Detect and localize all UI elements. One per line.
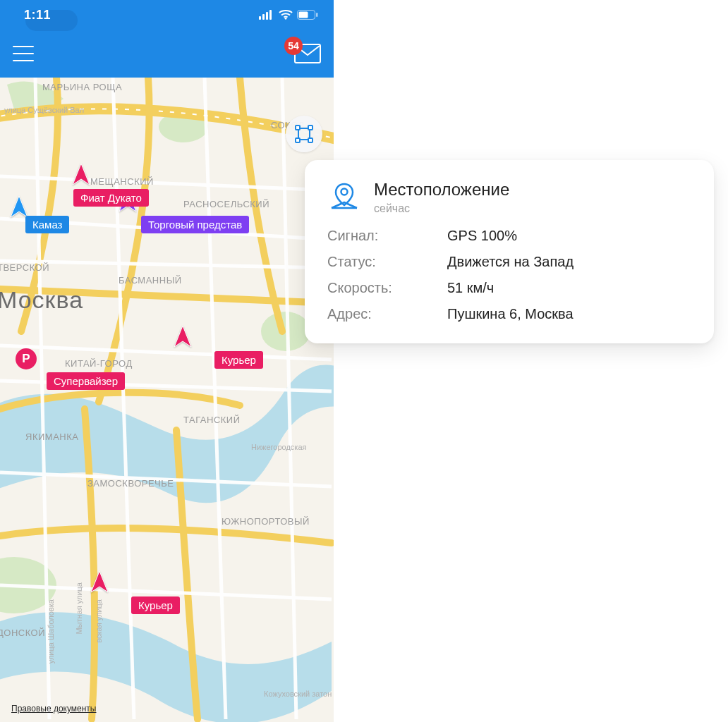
district-label: КИТАЙ-ГОРОД — [65, 358, 133, 369]
cellular-icon — [259, 10, 274, 20]
vehicle-marker[interactable] — [90, 571, 109, 594]
wifi-icon — [279, 10, 293, 20]
map-view[interactable]: Москва МАРЬИНА РОЩА СОКОЛ МЕЩАНСКИЙ РАСН… — [0, 78, 334, 722]
district-label: ТВЕРСКОЙ — [0, 262, 49, 273]
status-bar: 1:11 — [0, 0, 334, 30]
district-label: БАСМАННЫЙ — [119, 275, 182, 286]
legal-link[interactable]: Правовые документы — [11, 704, 97, 714]
svg-rect-2 — [266, 12, 268, 20]
map-city-label: Москва — [0, 286, 83, 314]
row-key: Сигнал: — [327, 228, 447, 244]
district-label: ДОНСКОЙ — [0, 628, 45, 638]
nav-bar: 54 — [0, 30, 334, 78]
district-label: ЮЖНОПОРТОВЫЙ — [222, 516, 310, 527]
location-card: Местоположение сейчас Сигнал: GPS 100% С… — [305, 160, 714, 343]
map-select-tool-button[interactable] — [286, 116, 322, 152]
card-subtitle: сейчас — [374, 202, 509, 215]
street-label: улица Сущёвский Вал — [4, 106, 84, 114]
svg-rect-17 — [308, 138, 313, 142]
street-label: Мытная улица — [75, 582, 83, 635]
svg-rect-14 — [296, 126, 300, 130]
district-label: МЕЩАНСКИЙ — [90, 176, 154, 187]
svg-rect-6 — [299, 12, 308, 18]
vehicle-marker[interactable] — [10, 196, 28, 219]
vehicle-tag[interactable]: Фиат Дукато — [73, 189, 149, 207]
svg-point-4 — [285, 18, 287, 20]
svg-rect-7 — [316, 13, 318, 17]
street-label: Нижегородская — [251, 443, 307, 451]
location-pin-icon — [327, 180, 361, 214]
svg-rect-3 — [269, 10, 272, 20]
svg-rect-16 — [296, 138, 300, 142]
district-label: МАРЬИНА РОЩА — [42, 82, 122, 92]
card-rows: Сигнал: GPS 100% Статус: Движется на Зап… — [327, 228, 690, 322]
street-label: улица Шаболовка — [47, 599, 55, 663]
district-label: ЯКИМАНКА — [25, 432, 78, 442]
inbox-badge: 54 — [284, 37, 303, 55]
row-value: Движется на Запад — [447, 254, 690, 270]
row-key: Адрес: — [327, 306, 447, 322]
menu-button[interactable] — [13, 46, 34, 61]
phone-frame: 1:11 54 — [0, 0, 334, 722]
street-label: вская улица — [95, 599, 103, 643]
svg-rect-0 — [259, 16, 261, 20]
row-key: Скорость: — [327, 280, 447, 296]
svg-rect-15 — [308, 126, 313, 130]
vehicle-marker[interactable] — [174, 326, 192, 348]
svg-point-18 — [341, 189, 348, 195]
svg-rect-1 — [262, 14, 265, 20]
vehicle-tag[interactable]: Курьер — [214, 351, 263, 369]
vehicle-tag[interactable]: Курьер — [131, 596, 180, 614]
district-label: РАСНОСЕЛЬСКИЙ — [183, 199, 269, 209]
vehicle-marker[interactable] — [72, 164, 90, 186]
card-title: Местоположение — [374, 180, 509, 200]
row-value: 51 км/ч — [447, 280, 690, 296]
parking-marker[interactable]: P — [16, 348, 37, 369]
battery-icon — [297, 10, 318, 20]
vehicle-tag[interactable]: Камаз — [25, 216, 69, 233]
district-label: ТАГАНСКИЙ — [183, 415, 241, 425]
inbox-button[interactable]: 54 — [294, 44, 321, 63]
row-key: Статус: — [327, 254, 447, 270]
street-label: Кожуховский затон — [264, 690, 332, 698]
district-label: ЗАМОСКВОРЕЧЬЕ — [87, 478, 174, 489]
row-value: GPS 100% — [447, 228, 690, 244]
vehicle-tag[interactable]: Супервайзер — [47, 372, 125, 390]
status-time: 1:11 — [16, 6, 59, 25]
row-value: Пушкина 6, Москва — [447, 306, 690, 322]
select-box-icon — [294, 124, 314, 144]
status-icons — [259, 10, 318, 20]
vehicle-tag[interactable]: Торговый представ — [141, 216, 249, 233]
